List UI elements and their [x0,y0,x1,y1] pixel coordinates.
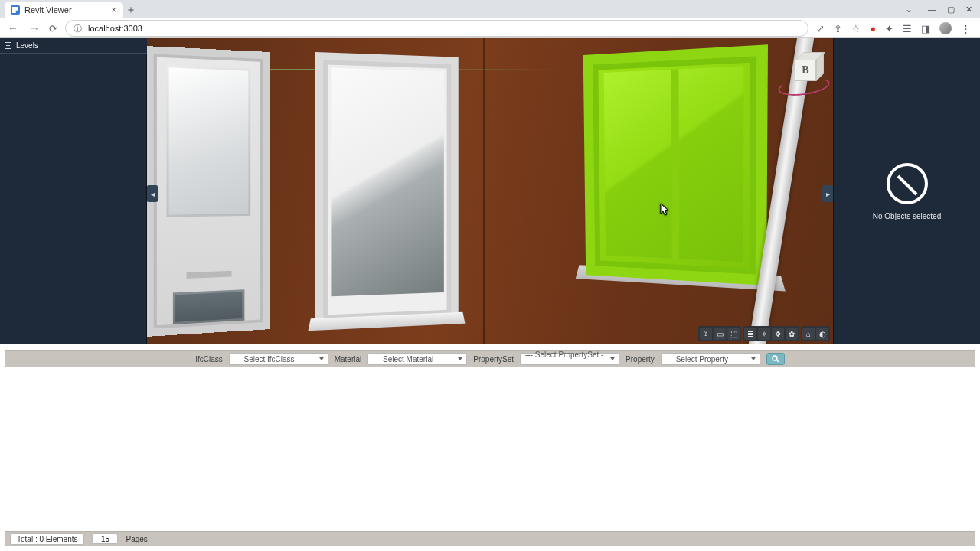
address-row: ← → ⟳ ⓘ localhost:3003 ⤢ ⇪ ☆ ● ✦ ☰ ◨ ⋮ [0,18,980,38]
minimize-button[interactable]: — [928,5,936,14]
tree-panel-header[interactable]: Levels [0,38,147,54]
tool-layers-icon[interactable]: ≣ [744,328,756,340]
app-frame: Levels [0,38,980,344]
menu-icon[interactable]: ⋮ [961,23,971,34]
toolbar-icons: ⤢ ⇪ ☆ ● ✦ ☰ ◨ ⋮ [816,22,974,34]
wall-seam [483,38,485,344]
zoom-icon[interactable]: ⤢ [816,23,825,34]
tab-strip: Revit Viewer × ＋ ⌄ — ▢ ✕ [0,0,980,18]
tab-favicon [11,5,20,15]
material-select-text: --- Select Material --- [373,355,443,364]
profile-avatar[interactable] [939,22,952,34]
scene [147,38,833,344]
tree-header-label: Levels [16,41,38,50]
propertyset-select[interactable]: --- Select PropertySet --- [520,353,619,365]
right-panel-toggle[interactable]: ▸ [822,185,833,202]
tool-home-icon[interactable]: ⌂ [802,328,815,340]
recording-icon[interactable]: ● [870,23,876,34]
new-tab-button[interactable]: ＋ [122,2,139,18]
tool-screenshot-icon[interactable]: ▭ [714,328,726,340]
viewport-toolbar: ⟟ ▭ ⬚ ≣ ✧ ✥ ✿ ⌂ ◐ [698,326,830,341]
viewport-3d[interactable]: B ◂ ▸ ⟟ ▭ ⬚ ≣ ✧ ✥ ✿ ⌂ ◐ [147,38,833,344]
total-elements-badge: Total : 0 Elements [10,533,84,545]
svg-line-1 [776,360,779,362]
pages-label: Pages [126,535,147,543]
propertyset-select-text: --- Select PropertySet --- [525,350,605,367]
ifcclass-label: IfcClass [195,355,223,364]
side-panel-icon[interactable]: ◨ [921,23,930,34]
window-controls: ⌄ — ▢ ✕ [897,0,980,18]
propertyset-label: PropertySet [473,355,514,364]
viewcube-cube[interactable]: B [790,55,816,81]
window2-mullion [671,69,679,259]
window1-pane [331,68,443,297]
door-model[interactable] [147,46,270,337]
reading-list-icon[interactable]: ☰ [903,23,912,34]
tool-measure-icon[interactable]: ⟟ [700,328,712,340]
status-bar: Total : 0 Elements Pages [5,531,975,546]
filter-bar: IfcClass --- Select IfcClass --- Materia… [5,350,975,367]
property-label: Property [626,355,655,364]
property-select[interactable]: --- Select Property --- [661,353,760,365]
window-model-1[interactable] [315,52,459,328]
browser-tab[interactable]: Revit Viewer × [5,2,122,18]
url-text: localhost:3003 [88,24,142,33]
ifcclass-select[interactable]: --- Select IfcClass --- [229,353,328,365]
tool-box-icon[interactable]: ⬚ [727,328,740,340]
svg-point-0 [773,356,777,360]
door-glass [167,65,251,217]
site-info-icon[interactable]: ⓘ [74,23,82,34]
viewcube-front-face[interactable]: B [795,60,816,81]
properties-panel: No Objects selected [833,38,980,344]
extensions-icon[interactable]: ✦ [885,23,893,34]
address-bar[interactable]: ⓘ localhost:3003 [65,20,808,37]
browser-chrome: Revit Viewer × ＋ ⌄ — ▢ ✕ ← → ⟳ ⓘ localho… [0,0,980,38]
tab-close-icon[interactable]: × [111,5,116,15]
view-cube[interactable]: B [784,55,824,90]
reload-button[interactable]: ⟳ [49,23,57,34]
tab-search-icon[interactable]: ⌄ [905,4,913,15]
tree-expand-icon[interactable] [5,42,11,49]
back-button[interactable]: ← [6,22,20,34]
material-label: Material [335,355,362,364]
tool-share-icon[interactable]: ✧ [758,328,770,340]
door-lower-panel [173,289,244,324]
window-model-selected[interactable] [583,44,768,285]
property-select-text: --- Select Property --- [666,355,738,364]
no-selection-label: No Objects selected [873,212,942,220]
search-icon [772,355,779,363]
bookmark-icon[interactable]: ☆ [851,23,861,34]
tree-panel-body [0,54,147,344]
left-panel-toggle[interactable]: ◂ [147,185,158,202]
page-size-input[interactable] [92,533,118,544]
forward-button[interactable]: → [28,22,41,34]
material-select[interactable]: --- Select Material --- [368,353,467,365]
tool-fit-icon[interactable]: ✥ [772,328,784,340]
ifcclass-select-text: --- Select IfcClass --- [234,355,305,364]
close-window-button[interactable]: ✕ [965,5,972,15]
maximize-button[interactable]: ▢ [947,5,955,15]
search-button[interactable] [766,353,785,365]
tab-title: Revit Viewer [24,5,72,15]
tool-theme-icon[interactable]: ◐ [816,328,828,340]
no-selection-icon [887,163,928,204]
share-icon[interactable]: ⇪ [834,23,842,34]
tool-settings-icon[interactable]: ✿ [786,328,798,340]
